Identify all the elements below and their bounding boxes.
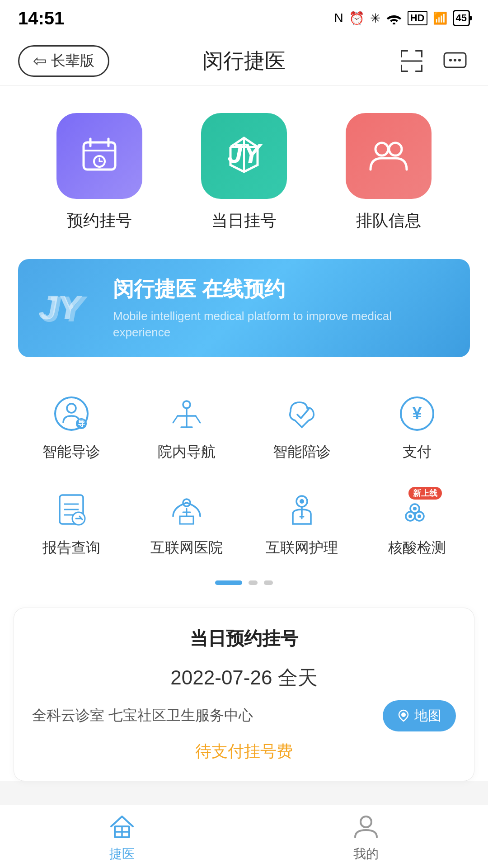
svg-point-58 (418, 514, 421, 518)
accompany-icon (279, 393, 324, 434)
pagination-dots (0, 576, 488, 599)
internet-nursing-icon (279, 489, 324, 530)
service-accompany[interactable]: 智能陪诊 (254, 393, 349, 462)
appointment-label: 预约挂号 (67, 210, 132, 232)
bluetooth-icon: ✳ (370, 11, 380, 26)
internet-hospital-icon (164, 489, 209, 530)
nav-mine-label: 我的 (353, 845, 379, 863)
status-icons: N ⏰ ✳ HD 📶 45 (334, 10, 470, 26)
svg-line-35 (196, 416, 200, 423)
accompany-label: 智能陪诊 (273, 442, 331, 462)
appt-location: 全科云诊室 七宝社区卫生服务中心 (32, 706, 374, 726)
elder-mode-button[interactable]: ⇦ 长辈版 (18, 45, 109, 77)
scan-button[interactable] (397, 46, 427, 76)
status-time: 14:51 (18, 8, 64, 28)
appointment-card: 当日预约挂号 2022-07-26 全天 全科云诊室 七宝社区卫生服务中心 地图… (14, 608, 474, 781)
report-label: 报告查询 (42, 538, 100, 558)
queue-icon-bg (346, 113, 432, 199)
dot-1 (215, 580, 242, 585)
wifi-icon (386, 12, 402, 24)
guide-label: 智能导诊 (42, 442, 100, 462)
queue-label: 排队信息 (356, 210, 421, 232)
status-bar: 14:51 N ⏰ ✳ HD 📶 45 (0, 0, 488, 36)
banner-text: 闵行捷医 在线预约 Mobile intelligent medical pla… (113, 275, 452, 341)
banner-logo: JY JY (36, 285, 99, 330)
svg-point-28 (67, 404, 76, 413)
svg-point-23 (375, 143, 388, 156)
svg-point-64 (361, 816, 371, 827)
appt-info-row: 全科云诊室 七宝社区卫生服务中心 地图 (32, 700, 456, 731)
nav-home[interactable]: 捷医 (77, 811, 167, 863)
elder-mode-icon: ⇦ (33, 52, 47, 71)
service-nav[interactable]: 院内导航 (139, 393, 234, 462)
svg-rect-5 (401, 65, 402, 72)
main-content: 预约挂号 JY 当日挂号 排队 (0, 86, 488, 781)
today-icon-bg: JY (201, 113, 287, 199)
card-title: 当日预约挂号 (32, 626, 456, 651)
nav-mine[interactable]: 我的 (321, 811, 411, 863)
svg-point-11 (454, 59, 456, 61)
svg-point-60 (401, 712, 406, 717)
service-guide[interactable]: 导 智能导诊 (24, 393, 119, 462)
svg-point-24 (389, 143, 402, 156)
action-appointment[interactable]: 预约挂号 (56, 113, 142, 232)
nfc-icon: N (334, 11, 343, 25)
bottom-nav: 捷医 我的 (0, 805, 488, 868)
svg-point-57 (408, 514, 412, 518)
service-report[interactable]: 报告查询 (24, 489, 119, 558)
internet-hospital-label: 互联网医院 (150, 538, 223, 558)
guide-icon: 导 (49, 393, 94, 434)
action-today[interactable]: JY 当日挂号 (201, 113, 287, 232)
svg-text:¥: ¥ (412, 404, 422, 423)
svg-point-10 (449, 59, 452, 61)
banner-title: 闵行捷医 在线预约 (113, 275, 452, 303)
nucleic-icon: 新上线 (394, 489, 440, 530)
service-nucleic[interactable]: 新上线 核酸检测 (370, 489, 465, 558)
nucleic-label: 核酸检测 (388, 538, 446, 558)
header-right (397, 46, 470, 76)
appt-date: 2022-07-26 全天 (32, 665, 456, 691)
banner-subtitle: Mobile intelligent medical platform to i… (113, 308, 452, 341)
map-button[interactable]: 地图 (383, 700, 456, 731)
pay-label: 支付 (403, 442, 432, 462)
service-internet-nursing[interactable]: 互联网护理 (254, 489, 349, 558)
banner[interactable]: JY JY 闵行捷医 在线预约 Mobile intelligent medic… (18, 259, 470, 357)
services-row-2: 报告查询 互联网医院 (0, 480, 488, 576)
nav-home-label: 捷医 (109, 845, 135, 863)
nav-label: 院内导航 (158, 442, 216, 462)
appt-status: 待支付挂号费 (32, 741, 456, 763)
services-row-1: 导 智能导诊 院内导航 (0, 384, 488, 480)
svg-point-59 (413, 507, 417, 510)
internet-nursing-label: 互联网护理 (266, 538, 338, 558)
header-title: 闵行捷医 (202, 47, 286, 75)
header: ⇦ 长辈版 闵行捷医 (0, 36, 488, 86)
service-internet-hospital[interactable]: 互联网医院 (139, 489, 234, 558)
svg-point-51 (300, 499, 304, 504)
svg-line-34 (173, 416, 178, 423)
dot-3 (264, 580, 273, 585)
dot-2 (249, 580, 258, 585)
services-section: 导 智能导诊 院内导航 (0, 371, 488, 599)
mine-nav-icon (351, 811, 381, 842)
hd-badge: HD (408, 11, 427, 25)
pay-icon: ¥ (394, 393, 440, 434)
signal-icon: 📶 (433, 11, 447, 25)
report-icon (49, 489, 94, 530)
svg-rect-3 (421, 50, 422, 57)
service-pay[interactable]: ¥ 支付 (370, 393, 465, 462)
svg-point-31 (183, 401, 190, 408)
message-button[interactable] (440, 46, 470, 76)
today-label: 当日挂号 (211, 210, 277, 232)
header-left: ⇦ 长辈版 (18, 45, 109, 77)
map-btn-label: 地图 (414, 707, 441, 725)
action-queue[interactable]: 排队信息 (346, 113, 432, 232)
home-nav-icon (107, 811, 137, 842)
appointment-icon-bg (56, 113, 142, 199)
quick-actions: 预约挂号 JY 当日挂号 排队 (0, 86, 488, 250)
alarm-icon: ⏰ (349, 11, 365, 26)
svg-text:导: 导 (78, 420, 85, 427)
elder-mode-label: 长辈版 (51, 51, 94, 71)
battery-indicator: 45 (453, 10, 470, 26)
svg-text:JY: JY (38, 288, 83, 326)
svg-rect-7 (421, 65, 422, 72)
